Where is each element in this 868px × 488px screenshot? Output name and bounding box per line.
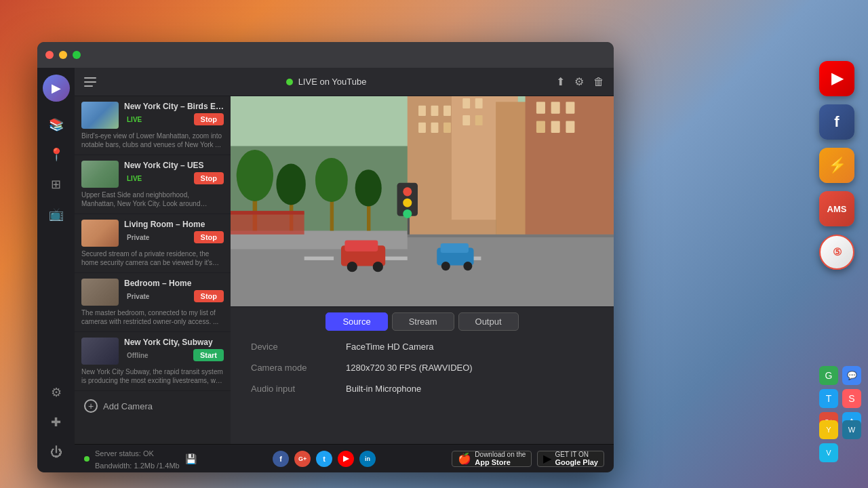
- svg-rect-13: [475, 98, 483, 108]
- camera-desc: Secured stream of a private residence, t…: [81, 249, 224, 267]
- dock-small-wp[interactable]: W: [842, 420, 861, 439]
- fullscreen-button[interactable]: [73, 51, 81, 59]
- svg-point-48: [403, 209, 412, 218]
- camera-item-top: New York City, Subway Offline Start: [81, 338, 224, 365]
- sidebar-logo[interactable]: ▶: [43, 75, 70, 102]
- dock-ams[interactable]: AMS: [819, 191, 854, 226]
- stop-button-1[interactable]: Stop: [194, 172, 224, 184]
- camera-desc: Bird's-eye view of Lower Manhattan, zoom…: [81, 131, 224, 149]
- dock-small-v[interactable]: V: [819, 443, 838, 462]
- delete-button[interactable]: 🗑: [593, 76, 604, 88]
- social-youtube[interactable]: ▶: [338, 451, 354, 467]
- minimize-button[interactable]: [59, 51, 67, 59]
- dock-flash[interactable]: ⚡: [819, 148, 854, 183]
- camera-info: New York City – Birds Eye LIVE Stop: [124, 102, 224, 125]
- sidebar-item-plus[interactable]: ✚: [43, 409, 70, 436]
- dock-small-t[interactable]: T: [819, 389, 838, 408]
- status-badge: Private: [124, 233, 152, 242]
- settings-button[interactable]: ⚙: [574, 75, 584, 88]
- share-button[interactable]: ⬆: [556, 75, 565, 88]
- camera-item-top: New York City – UES LIVE Stop: [81, 161, 224, 188]
- menu-icon[interactable]: [84, 77, 96, 87]
- google-play-badge[interactable]: ▶ GET IT ON Google Play: [537, 451, 604, 467]
- svg-rect-12: [462, 98, 470, 108]
- social-googleplus[interactable]: G+: [294, 451, 311, 467]
- sidebar-item-settings[interactable]: ⚙: [43, 379, 70, 406]
- google-play-label: Google Play: [555, 458, 598, 466]
- camera-info: New York City, Subway Offline Start: [124, 338, 224, 361]
- apple-icon: 🍎: [458, 452, 471, 465]
- social-linkedin[interactable]: in: [359, 451, 376, 467]
- sidebar-item-power[interactable]: ⏻: [43, 439, 70, 466]
- dock-small-google[interactable]: G: [819, 366, 838, 385]
- svg-point-35: [355, 169, 382, 206]
- dock-facebook[interactable]: f: [819, 104, 854, 140]
- camera-item-4[interactable]: New York City, Subway Offline Start New …: [75, 332, 231, 391]
- svg-rect-18: [566, 102, 574, 113]
- ams-icon: AMS: [827, 204, 847, 214]
- svg-rect-6: [418, 106, 426, 116]
- camera-item-2[interactable]: Living Room – Home Private Stop Secured …: [75, 214, 231, 273]
- status-badge: LIVE: [124, 174, 144, 183]
- status-badge: Private: [124, 292, 152, 301]
- dock-youtube[interactable]: ▶: [819, 61, 854, 96]
- header-left: [84, 77, 96, 87]
- svg-rect-19: [536, 121, 545, 133]
- tab-source[interactable]: Source: [326, 312, 387, 331]
- dock-s5[interactable]: ⑤: [819, 235, 854, 270]
- svg-point-29: [237, 150, 273, 201]
- app-body: ▶ 📚 📍 ⊞ 📺 ⚙ ✚ ⏻: [37, 68, 614, 472]
- stop-button-2[interactable]: Stop: [194, 231, 224, 243]
- live-label: LIVE on YouTube: [298, 77, 367, 87]
- camera-thumbnail: [81, 338, 119, 365]
- svg-point-47: [403, 199, 412, 207]
- svg-point-46: [403, 187, 412, 196]
- social-twitter[interactable]: t: [316, 451, 332, 467]
- tab-stream[interactable]: Stream: [392, 312, 454, 331]
- camera-status-row: Private Stop: [124, 231, 224, 243]
- app-store-badge[interactable]: 🍎 Download on the App Store: [452, 451, 532, 467]
- stop-button-0[interactable]: Stop: [194, 113, 224, 125]
- facebook-icon: f: [834, 113, 839, 131]
- server-status-text: Server status: OK Bandwidth: 1.2Mb /1.4M…: [95, 447, 180, 471]
- svg-point-43: [463, 262, 472, 270]
- tab-output[interactable]: Output: [458, 312, 519, 331]
- camera-info: Living Room – Home Private Stop: [124, 220, 224, 243]
- camera-item-3[interactable]: Bedroom – Home Private Stop The master b…: [75, 273, 231, 332]
- camera-item-1[interactable]: New York City – UES LIVE Stop Upper East…: [75, 155, 231, 214]
- svg-rect-37: [344, 241, 378, 251]
- close-button[interactable]: [45, 51, 54, 59]
- dock-small-chat[interactable]: 💬: [842, 366, 861, 385]
- sidebar-item-book[interactable]: 📚: [43, 111, 70, 138]
- audio-input-label: Audio input: [251, 384, 346, 394]
- svg-rect-9: [418, 123, 426, 133]
- svg-rect-20: [551, 121, 560, 133]
- live-status-area: LIVE on YouTube: [286, 77, 367, 87]
- camera-status-row: Private Stop: [124, 290, 224, 302]
- sidebar-item-location[interactable]: 📍: [43, 141, 70, 168]
- monitor-icon: 📺: [49, 207, 64, 222]
- svg-rect-50: [231, 211, 304, 214]
- menu-line: [84, 85, 93, 87]
- svg-rect-10: [431, 123, 439, 133]
- camera-item-top: Bedroom – Home Private Stop: [81, 279, 224, 306]
- location-icon: 📍: [49, 147, 64, 162]
- camera-item-0[interactable]: New York City – Birds Eye LIVE Stop Bird…: [75, 96, 231, 155]
- dock-cluster-bottom: Y W V: [819, 420, 861, 462]
- stop-button-3[interactable]: Stop: [194, 290, 224, 302]
- sidebar-item-grid[interactable]: ⊞: [43, 171, 70, 198]
- camera-name: New York City – UES: [124, 161, 224, 170]
- camera-name: Living Room – Home: [124, 220, 224, 229]
- social-facebook[interactable]: f: [273, 451, 289, 467]
- download-on-label: Download on the: [475, 451, 526, 458]
- dock-small-s[interactable]: S: [842, 389, 861, 408]
- svg-point-39: [373, 262, 383, 272]
- add-camera-button[interactable]: + Add Camera: [75, 391, 231, 421]
- dock-small-yellow[interactable]: Y: [819, 420, 838, 439]
- start-button-4[interactable]: Start: [193, 349, 224, 361]
- sidebar-item-monitor[interactable]: 📺: [43, 201, 70, 228]
- details-panel: Device FaceTime HD Camera Camera mode 12…: [231, 331, 614, 444]
- grid-icon: ⊞: [51, 177, 61, 192]
- plus-icon: ✚: [51, 415, 61, 430]
- svg-point-42: [441, 262, 450, 270]
